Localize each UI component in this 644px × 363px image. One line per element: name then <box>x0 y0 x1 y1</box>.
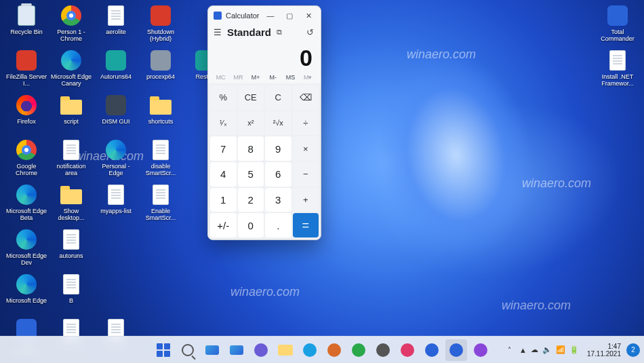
desktop-icon[interactable]: notification area <box>49 137 94 182</box>
taskbar-app-5[interactable] <box>421 339 443 361</box>
desktop-icon[interactable]: Person 1 - Chrome <box>49 3 94 47</box>
taskbar-widgets[interactable] <box>226 339 247 361</box>
key-−[interactable]: − <box>293 162 319 187</box>
system-tray[interactable]: ▲☁🔈📶🔋 <box>517 345 582 354</box>
desktop-icon[interactable]: script <box>49 92 94 137</box>
titlebar[interactable]: Calculator — ▢ ✕ <box>208 6 321 25</box>
taskbar-edge[interactable] <box>299 339 321 361</box>
taskbar-app-2[interactable] <box>348 339 369 361</box>
desktop-icon[interactable]: Google Chrome <box>4 137 49 182</box>
desktop-icon[interactable]: myapps-list <box>94 182 138 227</box>
desktop-icon-label: Install .NET Framewor... <box>597 73 639 87</box>
close-button[interactable]: ✕ <box>299 7 318 24</box>
desktop-icon[interactable]: Show desktop... <box>49 182 94 227</box>
desktop-icon[interactable]: procexp64 <box>138 47 183 92</box>
tray-icon[interactable]: ▲ <box>519 346 527 354</box>
key-6[interactable]: 6 <box>265 162 291 187</box>
desktop-icon[interactable]: Shutdown (Hybrid) <box>138 3 183 47</box>
taskbar-app-4[interactable] <box>397 339 418 361</box>
key-7[interactable]: 7 <box>210 136 237 161</box>
desktop-icon[interactable]: Recycle Bin <box>4 3 49 47</box>
key-C[interactable]: C <box>265 85 291 110</box>
memory-ms[interactable]: MS <box>282 74 300 81</box>
desktop-icon[interactable]: Firefox <box>4 92 49 137</box>
memory-m-[interactable]: M- <box>264 74 282 81</box>
memory-m+[interactable]: M+ <box>247 74 264 81</box>
key-x²[interactable]: x² <box>238 111 264 136</box>
tray-icon[interactable]: 🔈 <box>542 345 552 354</box>
desktop-icon[interactable]: Microsoft Edge Beta <box>4 182 49 227</box>
display: 0 <box>208 41 321 74</box>
desktop-icon[interactable]: DISM GUI <box>94 92 138 137</box>
desktop-icon[interactable]: Autoruns64 <box>94 47 138 92</box>
memory-mc: MC <box>212 74 230 81</box>
desktop-icon-label: DISM GUI <box>95 118 137 125</box>
key-4[interactable]: 4 <box>210 162 237 187</box>
minimize-button[interactable]: — <box>261 7 280 24</box>
key-8[interactable]: 8 <box>238 136 264 161</box>
key-=[interactable]: = <box>293 213 319 237</box>
key-.[interactable]: . <box>265 213 291 237</box>
taskbar-app-1[interactable] <box>323 339 345 361</box>
desktop[interactable]: Recycle BinFileZilla Server I...FirefoxG… <box>0 0 644 336</box>
desktop-icon[interactable]: Enable SmartScr... <box>138 182 183 227</box>
key-1[interactable]: 1 <box>210 188 237 212</box>
key-+[interactable]: + <box>293 188 319 212</box>
desktop-icon[interactable]: Personal - Edge <box>94 137 138 182</box>
taskbar-app-6[interactable] <box>470 339 491 361</box>
notification-badge[interactable]: 2 <box>626 343 640 357</box>
desktop-icon-label: script <box>50 118 92 125</box>
tray-icon[interactable]: 🔋 <box>569 345 579 354</box>
key-÷[interactable]: ÷ <box>293 111 319 136</box>
desktop-icon-label: aerolite <box>95 28 137 35</box>
desktop-icon[interactable]: Microsoft Edge Canary <box>49 47 94 92</box>
desktop-icon[interactable]: Microsoft Edge <box>4 271 49 316</box>
taskbar-chat[interactable] <box>250 339 272 361</box>
key-¹⁄ₓ[interactable]: ¹⁄ₓ <box>210 111 237 136</box>
desktop-icon[interactable]: disable SmartScr... <box>138 137 183 182</box>
key-3[interactable]: 3 <box>265 188 291 212</box>
desktop-icon[interactable]: shortcuts <box>138 92 183 137</box>
history-icon[interactable]: ↺ <box>306 27 314 37</box>
key-2[interactable]: 2 <box>238 188 264 212</box>
desktop-icon[interactable]: B <box>49 271 94 316</box>
mode-title: Standard <box>227 26 271 38</box>
maximize-button[interactable]: ▢ <box>280 7 299 24</box>
desktop-icon[interactable]: aerolite <box>94 3 138 47</box>
taskbar-app-3[interactable] <box>372 339 394 361</box>
desktop-icon-label: notification area <box>50 163 92 176</box>
taskbar[interactable]: ˄ ▲☁🔈📶🔋 1:47 17.11.2021 2 <box>0 336 644 363</box>
key-CE[interactable]: CE <box>238 85 264 110</box>
desktop-icon[interactable]: autoruns <box>49 227 94 271</box>
key-⌫[interactable]: ⌫ <box>293 85 319 110</box>
clock-time: 1:47 <box>587 343 621 350</box>
key-5[interactable]: 5 <box>238 162 264 187</box>
key-²√x[interactable]: ²√x <box>265 111 291 136</box>
desktop-icon[interactable]: Install .NET Framewor... <box>595 47 640 92</box>
calculator-window[interactable]: Calculator — ▢ ✕ ☰ Standard ⧉ ↺ 0 MCMRM+… <box>207 5 321 240</box>
desktop-icon[interactable]: FileZilla Server I... <box>4 47 49 92</box>
tray-overflow-icon[interactable]: ˄ <box>503 339 515 361</box>
desktop-icon[interactable]: Microsoft Edge Dev <box>4 227 49 271</box>
tray-icon[interactable]: 📶 <box>556 345 565 354</box>
taskbar-file-explorer[interactable] <box>275 339 296 361</box>
calculator-icon <box>214 12 222 20</box>
taskbar-search[interactable] <box>177 339 199 361</box>
taskbar-task-view[interactable] <box>201 339 223 361</box>
key-9[interactable]: 9 <box>265 136 291 161</box>
desktop-icon[interactable]: Total Commander <box>595 3 640 47</box>
key-+/-[interactable]: +/- <box>210 213 237 237</box>
keep-on-top-icon[interactable]: ⧉ <box>277 28 282 37</box>
key-%[interactable]: % <box>210 85 237 110</box>
key-×[interactable]: × <box>293 136 319 161</box>
tray-icon[interactable]: ☁ <box>531 345 538 354</box>
key-0[interactable]: 0 <box>238 213 264 237</box>
desktop-icon-label: Microsoft Edge Beta <box>5 208 47 221</box>
taskbar-start[interactable] <box>153 339 174 361</box>
desktop-icon-label: B <box>50 297 92 304</box>
menu-icon[interactable]: ☰ <box>214 27 222 37</box>
clock-date: 17.11.2021 <box>587 350 621 358</box>
clock[interactable]: 1:47 17.11.2021 <box>583 343 625 358</box>
desktop-icon-label: autoruns <box>50 252 92 259</box>
taskbar-calculator[interactable] <box>445 339 467 361</box>
